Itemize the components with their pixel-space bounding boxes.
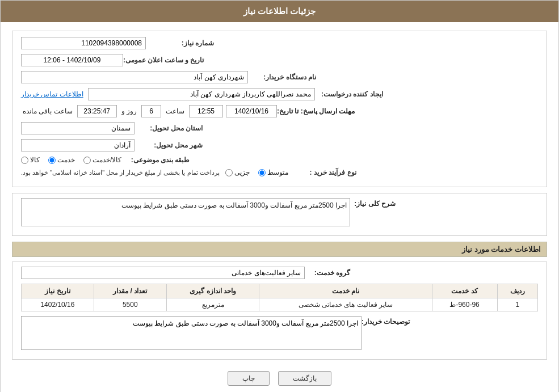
noue-motevaset-radio[interactable] <box>258 169 266 176</box>
tabaqe-kala-khedmat-label: کالا/خدمت <box>93 156 121 164</box>
col-vahed: واحد اندازه گیری <box>166 284 259 298</box>
nam-dastgah-row: نام دستگاه خریدار: <box>21 71 538 83</box>
noue-motevaset-label: متوسط <box>267 168 288 176</box>
sharh-section: شرح کلی نیاز: اجرا 2500متر مربع آسفالت و… <box>12 193 547 236</box>
page-title: جزئیات اطلاعات نیاز <box>243 6 316 16</box>
col-tedad: تعداد / مقدار <box>94 284 166 298</box>
shahr-label: شهر محل تحویل: <box>135 141 203 149</box>
items-table: ردیف کد خدمت نام خدمت واحد اندازه گیری ت… <box>21 284 538 311</box>
saat-mande-label: ساعت باقی مانده <box>23 107 73 115</box>
col-radif: ردیف <box>497 284 537 298</box>
col-nam: نام خدمت <box>259 284 432 298</box>
sharh-content: اجرا 2500متر مربع آسفالت و3000 آسفالت به… <box>21 198 350 226</box>
buttons-row: بازگشت چاپ <box>12 365 547 391</box>
shahr-input <box>21 139 135 151</box>
noue-farayand-label: نوع فرآیند خرید : <box>288 168 356 176</box>
nam-dastgah-input <box>21 71 248 83</box>
shomara-niaz-label: شماره نیاز: <box>146 39 214 47</box>
chap-button[interactable]: چاپ <box>228 371 270 386</box>
khadamat-section: گروه خدمت: ردیف کد خدمت نام خدمت واحد ان… <box>12 262 547 360</box>
tarikh-elan-input <box>21 54 123 66</box>
ostan-input <box>21 122 135 134</box>
ijad-konande-row: ایجاد کننده درخواست: اطلاعات تماس خریدار <box>21 88 538 100</box>
col-kod: کد خدمت <box>432 284 497 298</box>
mohlat-date-fields: ساعت روز و ساعت باقی مانده <box>21 105 277 117</box>
noue-jozei-item: جزیی <box>225 168 250 176</box>
cell-tarikh: 1402/10/16 <box>22 298 94 311</box>
main-form: شماره نیاز: تاریخ و ساعت اعلان عمومی: نا… <box>12 31 547 187</box>
khadamat-title: اطلاعات خدمات مورد نیاز <box>12 242 547 257</box>
mohlat-date-input <box>226 105 277 117</box>
tosif-row: توصیحات خریدار: اجرا 2500متر مربع آسفالت… <box>21 316 538 350</box>
mohlat-time-input <box>189 105 223 117</box>
cell-kod: 960-96-ط <box>432 298 497 311</box>
group-input <box>21 267 305 279</box>
ostan-label: استان محل تحویل: <box>135 124 203 132</box>
shahr-row: شهر محل تحویل: <box>21 139 538 151</box>
col-tarikh: تاریخ نیاز <box>22 284 94 298</box>
table-row: 1 960-96-ط سایر فعالیت های خدماتی شخصی م… <box>22 298 538 311</box>
tarikh-elan-label: تاریخ و ساعت اعلان عمومی: <box>123 56 204 64</box>
tabaqe-radio-group: کالا/خدمت خدمت کالا <box>21 156 121 164</box>
cell-vahed: مترمربع <box>166 298 259 311</box>
tabaqe-khedmat-item: خدمت <box>48 156 75 164</box>
cell-tedad: 5500 <box>94 298 166 311</box>
mohlat-ersal-row: مهلت ارسال پاسخ: تا تاریخ: ساعت روز و سا… <box>21 105 538 117</box>
tabaqe-kala-item: کالا <box>21 156 40 164</box>
group-row: گروه خدمت: <box>21 267 538 279</box>
tabaqe-kala-khedmat-item: کالا/خدمت <box>83 156 121 164</box>
tabaqe-kala-label: کالا <box>30 156 40 164</box>
mohlat-ersal-label: مهلت ارسال پاسخ: تا تاریخ: <box>277 107 355 115</box>
tabaqe-kala-khedmat-radio[interactable] <box>83 157 91 164</box>
sharh-row: شرح کلی نیاز: اجرا 2500متر مربع آسفالت و… <box>21 198 538 226</box>
tabaqe-khedmat-label: خدمت <box>57 156 75 164</box>
noue-motevaset-item: متوسط <box>258 168 288 176</box>
ostan-row: استان محل تحویل: <box>21 122 538 134</box>
cell-nam: سایر فعالیت های خدماتی شخصی <box>259 298 432 311</box>
tabaqe-label: طبقه بندی موضوعی: <box>121 156 190 164</box>
noue-description: پرداخت تمام یا بخشی از مبلغ خریدار از مح… <box>21 169 220 176</box>
noue-jozei-label: جزیی <box>234 168 250 176</box>
noue-jozei-radio[interactable] <box>225 169 233 176</box>
saat-label: ساعت <box>166 107 184 115</box>
saat-mande-input <box>77 105 117 117</box>
noue-radio-group: متوسط جزیی <box>225 168 288 176</box>
tabaqe-row: طبقه بندی موضوعی: کالا/خدمت خدمت کالا <box>21 156 538 164</box>
ijad-konande-label: ایجاد کننده درخواست: <box>315 90 383 98</box>
roz-label: روز و <box>121 107 137 115</box>
roz-input <box>141 105 161 117</box>
nam-dastgah-label: نام دستگاه خریدار: <box>248 73 316 81</box>
tosif-textarea: اجرا 2500متر مربع آسفالت و3000 آسفالت به… <box>21 316 362 350</box>
shomara-niaz-row: شماره نیاز: <box>21 37 538 49</box>
tabaqe-kala-radio[interactable] <box>21 157 28 164</box>
tosif-label: توصیحات خریدار: <box>362 316 410 326</box>
shomara-niaz-input <box>21 37 146 49</box>
contact-link[interactable]: اطلاعات تماس خریدار <box>21 90 83 98</box>
sharh-label: شرح کلی نیاز: <box>350 198 396 208</box>
page-header: جزئیات اطلاعات نیاز <box>1 1 558 22</box>
tarikh-elan-row: تاریخ و ساعت اعلان عمومی: <box>21 54 538 66</box>
noue-farayand-row: نوع فرآیند خرید : متوسط جزیی پرداخت تمام… <box>21 168 538 176</box>
tabaqe-khedmat-radio[interactable] <box>48 157 56 164</box>
bazgasht-button[interactable]: بازگشت <box>278 371 331 386</box>
ijad-konande-input <box>88 88 315 100</box>
group-label: گروه خدمت: <box>305 269 350 277</box>
cell-radif: 1 <box>497 298 537 311</box>
